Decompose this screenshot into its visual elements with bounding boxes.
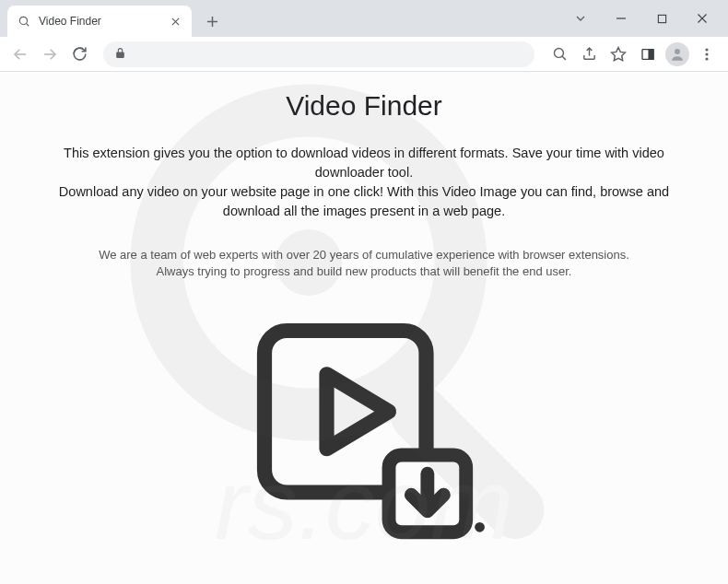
svg-marker-15 <box>612 47 626 60</box>
svg-rect-18 <box>649 49 653 59</box>
hero-video-download-icon <box>37 306 691 555</box>
svg-point-21 <box>705 53 708 55</box>
reload-button[interactable] <box>66 41 92 67</box>
share-icon[interactable] <box>575 41 603 68</box>
profile-button[interactable] <box>663 41 691 68</box>
forward-button[interactable] <box>37 41 63 67</box>
window-minimize-button[interactable] <box>603 5 640 32</box>
browser-tab[interactable]: Video Finder <box>7 6 192 37</box>
bookmark-star-icon[interactable] <box>605 41 632 68</box>
window-dropdown-icon[interactable] <box>562 5 599 32</box>
new-tab-button[interactable] <box>199 8 225 34</box>
tab-close-icon[interactable] <box>168 14 182 29</box>
tab-title: Video Finder <box>39 15 160 28</box>
sidepanel-icon[interactable] <box>634 41 662 68</box>
window-close-button[interactable] <box>684 5 721 32</box>
browser-titlebar: Video Finder <box>0 0 728 37</box>
page-title: Video Finder <box>37 90 691 122</box>
toolbar-right <box>546 41 721 68</box>
description-paragraph-2: Download any video on your website page … <box>37 182 691 221</box>
browser-toolbar <box>0 37 728 72</box>
lock-icon <box>114 46 126 63</box>
svg-point-20 <box>705 48 708 51</box>
svg-line-13 <box>562 56 566 60</box>
svg-point-12 <box>554 48 563 57</box>
svg-rect-7 <box>658 15 665 22</box>
address-bar[interactable] <box>103 41 534 67</box>
svg-point-19 <box>675 49 680 54</box>
footer-links: Privacy Policy | Terms of Use | Contact … <box>0 573 728 584</box>
tab-favicon-icon <box>17 14 31 29</box>
window-controls <box>562 0 728 37</box>
about-line-2: Always trying to progress and build new … <box>157 264 572 278</box>
svg-point-22 <box>705 57 708 60</box>
page-content: Video Finder This extension gives you th… <box>0 72 728 584</box>
svg-point-26 <box>475 522 485 532</box>
zoom-icon[interactable] <box>546 41 573 68</box>
svg-point-0 <box>19 17 27 24</box>
description-paragraph-1: This extension gives you the option to d… <box>37 144 691 182</box>
about-paragraph: We are a team of web experts with over 2… <box>37 247 691 280</box>
about-line-1: We are a team of web experts with over 2… <box>99 248 629 262</box>
window-maximize-button[interactable] <box>643 5 680 32</box>
menu-icon[interactable] <box>693 41 721 68</box>
svg-line-1 <box>26 23 29 26</box>
back-button[interactable] <box>7 41 33 67</box>
